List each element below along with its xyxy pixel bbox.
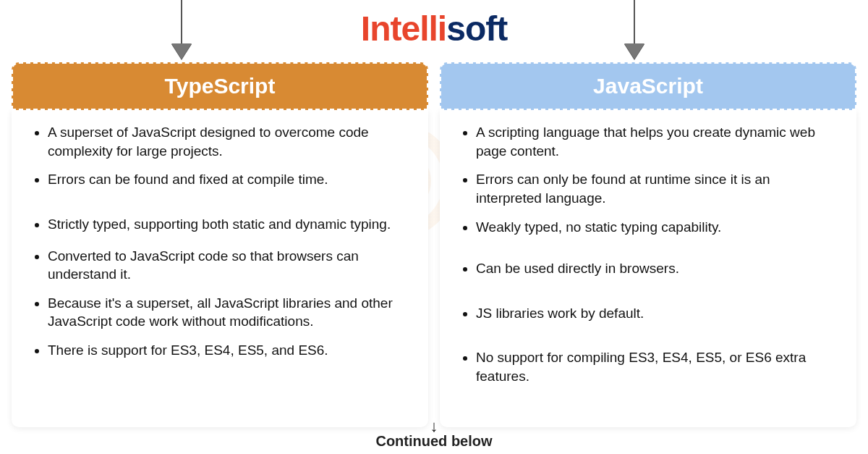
pushpin-icon xyxy=(634,0,635,52)
brand-logo: Intellisoft xyxy=(361,9,507,49)
list-item: Converted to JavaScript code so that bro… xyxy=(48,247,409,284)
column-typescript: TypeScript A superset of JavaScript desi… xyxy=(12,62,428,427)
typescript-list: A superset of JavaScript designed to ove… xyxy=(30,123,409,360)
list-item: There is support for ES3, ES4, ES5, and … xyxy=(48,341,409,360)
list-item: Can be used directly in browsers. xyxy=(476,259,838,278)
comparison-columns: TypeScript A superset of JavaScript desi… xyxy=(12,62,856,427)
list-item: A scripting language that helps you crea… xyxy=(476,123,838,160)
list-item: No support for compiling ES3, ES4, ES5, … xyxy=(476,348,838,385)
list-item: JS libraries work by default. xyxy=(476,304,838,323)
list-item: Errors can be found and fixed at compile… xyxy=(48,170,409,189)
javascript-list: A scripting language that helps you crea… xyxy=(459,123,838,386)
arrow-down-icon: ↓ xyxy=(375,419,492,434)
list-item: A superset of JavaScript designed to ove… xyxy=(48,123,409,160)
list-item: Weakly typed, no static typing capabilit… xyxy=(476,218,838,237)
column-javascript: JavaScript A scripting language that hel… xyxy=(440,62,856,427)
list-item: Because it's a superset, all JavaScript … xyxy=(48,294,409,331)
column-body-typescript: A superset of JavaScript designed to ove… xyxy=(12,110,428,427)
column-header-javascript: JavaScript xyxy=(440,62,856,110)
list-item: Errors can only be found at runtime sinc… xyxy=(476,170,838,207)
list-item: Strictly typed, supporting both static a… xyxy=(48,215,409,234)
continued-label: Continued below xyxy=(375,433,492,449)
brand-part2: soft xyxy=(446,9,507,48)
continued-below: ↓ Continued below xyxy=(375,419,492,450)
column-header-typescript: TypeScript xyxy=(12,62,428,110)
brand-part1: Intelli xyxy=(361,9,446,48)
pushpin-icon xyxy=(181,0,182,52)
column-body-javascript: A scripting language that helps you crea… xyxy=(440,110,856,427)
